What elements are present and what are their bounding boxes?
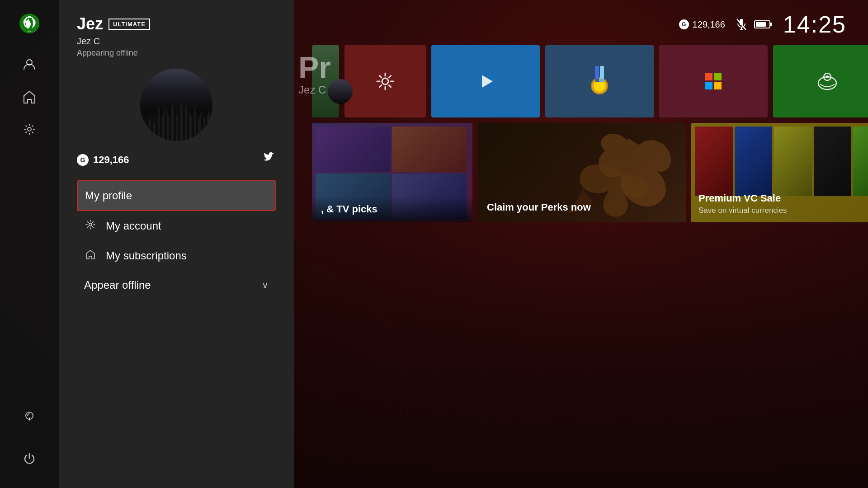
profile-gamertag: Jez C: [77, 36, 276, 47]
svg-marker-16: [595, 79, 599, 82]
my-subscriptions-label: My subscriptions: [106, 249, 187, 262]
perks-label: Claim your Perks now: [487, 202, 591, 213]
topbar-gamerscore: G 129,166: [679, 19, 725, 30]
svg-point-24: [826, 75, 829, 78]
topbar-gamerscore-value: 129,166: [693, 19, 725, 30]
profile-panel: Jez ULTIMATE Jez C Appearing offline G 1…: [59, 0, 294, 488]
gamerscore-display: G 129,166: [77, 154, 129, 166]
svg-point-5: [89, 223, 92, 226]
content-area: G 129,166: [294, 0, 868, 488]
menu-items: My profile My account: [77, 180, 276, 300]
bg-profile-title: Pr: [298, 50, 331, 85]
svg-rect-18: [705, 73, 712, 80]
svg-marker-17: [599, 79, 604, 82]
tile-gamepass[interactable]: [773, 45, 868, 117]
vc-game-3: [774, 127, 812, 196]
home-icon: [84, 249, 97, 263]
g-icon: G: [77, 154, 89, 166]
vc-content: Premium VC Sale Save on virtual currenci…: [698, 192, 787, 215]
sidebar-item-hints[interactable]: [0, 400, 59, 433]
bg-profile-gamertag: Jez C: [298, 84, 326, 96]
vc-sub: Save on virtual currencies: [698, 206, 787, 215]
sidebar-item-power[interactable]: [0, 442, 59, 474]
avatar-image: [140, 69, 212, 141]
sidebar-item-home[interactable]: [0, 80, 59, 113]
vc-game-1: [695, 127, 733, 196]
top-bar: G 129,166: [294, 0, 868, 49]
sidebar-item-settings[interactable]: [0, 113, 59, 145]
svg-point-22: [818, 77, 836, 89]
vc-game-5: [853, 127, 868, 196]
my-profile-label: My profile: [85, 189, 132, 202]
chevron-down-icon: ∨: [262, 280, 269, 291]
ultimate-badge: ULTIMATE: [108, 19, 150, 30]
sidebar-item-profile[interactable]: [0, 48, 59, 80]
svg-rect-14: [595, 66, 599, 79]
tile-media[interactable]: [431, 45, 540, 117]
tile-movies-content: , & TV picks: [312, 196, 472, 222]
menu-item-appear-offline[interactable]: Appear offline ∨: [77, 271, 276, 300]
twitter-icon[interactable]: [261, 152, 276, 168]
tile-settings[interactable]: [344, 45, 426, 117]
main-container: Jez ULTIMATE Jez C Appearing offline G 1…: [0, 0, 868, 488]
battery-body: [754, 20, 770, 28]
svg-point-2: [28, 127, 31, 131]
topbar-time: 14:25: [783, 11, 846, 38]
tile-perks[interactable]: Claim your Perks now: [478, 123, 686, 222]
profile-avatar: [140, 69, 212, 141]
profile-status: Appearing offline: [77, 48, 276, 58]
tile-vc-sale[interactable]: Premium VC Sale Save on virtual currenci…: [691, 123, 868, 222]
vc-game-covers: [691, 123, 868, 200]
mic-muted-icon: [736, 18, 747, 31]
profile-header: Jez ULTIMATE: [77, 14, 276, 33]
tile-achievements[interactable]: [545, 45, 654, 117]
svg-point-10: [382, 78, 388, 84]
battery-fill: [756, 22, 766, 27]
svg-rect-15: [600, 66, 604, 79]
movies-label: , & TV picks: [321, 203, 463, 215]
tile-store[interactable]: [659, 45, 768, 117]
svg-rect-21: [714, 82, 722, 89]
settings-icon: [84, 219, 97, 233]
tiles-row-2: , & TV picks: [312, 123, 850, 222]
gamerscore-row: G 129,166: [77, 152, 276, 168]
tile-movies[interactable]: , & TV picks: [312, 123, 472, 222]
tiles-container: , & TV picks: [294, 45, 868, 228]
profile-username: Jez: [77, 14, 103, 33]
menu-item-my-account[interactable]: My account: [77, 211, 276, 241]
menu-item-my-profile[interactable]: My profile: [77, 180, 276, 211]
xbox-logo: [19, 13, 40, 34]
topbar-icons: [736, 18, 772, 31]
vc-label: Premium VC Sale: [698, 192, 787, 204]
gamerscore-value: 129,166: [93, 154, 129, 166]
tile-perks-content: Claim your Perks now: [487, 202, 591, 213]
svg-point-4: [29, 419, 30, 421]
topbar-g-icon: G: [679, 19, 689, 29]
battery-tip: [770, 23, 772, 26]
vc-game-2: [735, 127, 773, 196]
sidebar: [0, 0, 59, 488]
battery-icon: [754, 20, 772, 28]
tiles-row-1: [312, 45, 850, 117]
vc-game-4: [814, 127, 852, 196]
svg-rect-20: [705, 82, 712, 89]
svg-rect-19: [714, 73, 722, 80]
menu-item-my-subscriptions[interactable]: My subscriptions: [77, 241, 276, 271]
appear-offline-label: Appear offline: [84, 279, 151, 291]
my-account-label: My account: [106, 220, 161, 232]
bg-profile-avatar: [328, 79, 353, 104]
profile-avatar-container: [77, 69, 276, 141]
svg-marker-11: [482, 75, 493, 88]
